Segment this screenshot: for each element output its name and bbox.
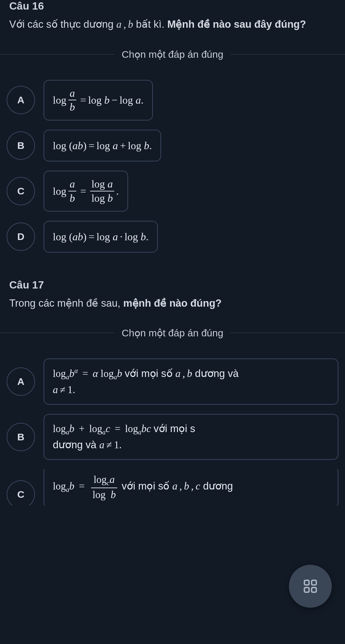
prompt-bold: mệnh đề nào đúng? (123, 297, 222, 309)
question-16: Câu 16 Với các số thực dương a,b bất kì.… (0, 0, 345, 279)
option-c-formula[interactable]: logab = logca log b với mọi số a,b,c dươ… (44, 469, 338, 505)
option-b-formula[interactable]: log (ab) = log a + log b. (44, 130, 161, 161)
option-letter-b[interactable]: B (7, 423, 35, 451)
option-letter-c[interactable]: C (7, 177, 35, 205)
divider-line (0, 333, 115, 333)
prompt-bold: Mệnh đề nào sau đây đúng? (167, 18, 306, 30)
instruction-divider: Chọn một đáp án đúng (0, 49, 345, 60)
option-letter-a[interactable]: A (7, 86, 35, 114)
question-header: Câu 16 Với các số thực dương a,b bất kì.… (0, 0, 345, 35)
option-a: A logabα = α logab với mọi số a,b dương … (7, 358, 338, 405)
option-c: C logab = logca log b với mọi số a,b,c d… (7, 469, 338, 505)
question-number: Câu 16 (9, 0, 336, 12)
options-list: A log ab = log b − log a. B log (ab) = l… (0, 80, 345, 253)
option-c: C log ab = log a log b . (7, 171, 338, 212)
prompt-mid: bất kì. (133, 18, 167, 30)
options-list: A logabα = α logab với mọi số a,b dương … (0, 358, 345, 505)
prompt-prefix: Trong các mệnh đề sau, (9, 297, 123, 309)
option-letter-a[interactable]: A (7, 367, 35, 396)
divider-line (230, 333, 345, 333)
question-text: Trong các mệnh đề sau, mệnh đề nào đúng? (9, 295, 336, 312)
option-b: B log (ab) = log a + log b. (7, 130, 338, 161)
instruction-label: Chọn một đáp án đúng (115, 49, 231, 60)
option-a-formula[interactable]: log ab = log b − log a. (44, 80, 153, 121)
option-d-formula[interactable]: log (ab) = log a · log b. (44, 221, 158, 253)
option-d: D log (ab) = log a · log b. (7, 221, 338, 253)
option-a-formula[interactable]: logabα = α logab với mọi số a,b dương và… (44, 358, 338, 405)
option-letter-d[interactable]: D (7, 222, 35, 251)
question-number: Câu 17 (9, 279, 336, 291)
question-text: Với các số thực dương a,b bất kì. Mệnh đ… (9, 16, 336, 33)
instruction-divider: Chọn một đáp án đúng (0, 327, 345, 339)
prompt-prefix: Với các số thực dương (9, 18, 116, 30)
divider-line (0, 54, 115, 54)
question-17: Câu 17 Trong các mệnh đề sau, mệnh đề nà… (0, 279, 345, 505)
instruction-label: Chọn một đáp án đúng (115, 327, 231, 339)
question-header: Câu 17 Trong các mệnh đề sau, mệnh đề nà… (0, 279, 345, 314)
divider-line (230, 54, 345, 54)
option-b: B logab + logac = logabc với mọi s dương… (7, 414, 338, 460)
option-letter-b[interactable]: B (7, 131, 35, 160)
option-letter-c[interactable]: C (7, 480, 35, 505)
option-a: A log ab = log b − log a. (7, 80, 338, 121)
option-b-formula[interactable]: logab + logac = logabc với mọi s dương v… (44, 414, 338, 460)
option-c-formula[interactable]: log ab = log a log b . (44, 171, 128, 212)
